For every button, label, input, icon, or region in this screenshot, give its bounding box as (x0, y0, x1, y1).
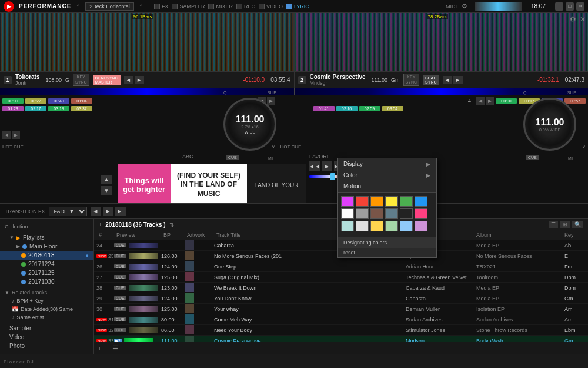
hotcue-deck1-1[interactable]: 00:00 (2, 98, 24, 104)
table-row[interactable]: NEW31 CUE 80.00 Come Meh Way Sudan Archi… (94, 314, 588, 325)
rec-toggle[interactable]: REC (236, 4, 255, 9)
sampler-toggle[interactable]: SAMPLER (172, 4, 205, 9)
deck1-loop-next[interactable]: ▶ (12, 131, 20, 139)
waveform-close-icon[interactable]: ✕ (580, 15, 586, 24)
deck2-key-sync[interactable]: KEYSYNC (403, 74, 419, 86)
deck1-loop-prev[interactable]: ◄ (2, 131, 11, 139)
sidebar-item-20180118[interactable]: 20180118 ● (0, 251, 93, 260)
settings-icon[interactable]: ⚙ (462, 2, 467, 10)
color-swatch-green[interactable] (400, 196, 413, 207)
video-checkbox[interactable] (259, 4, 265, 9)
col-preview[interactable]: Preview (114, 231, 161, 238)
col-bpm[interactable]: BP (161, 231, 185, 238)
color-swatch-red[interactable] (356, 196, 369, 207)
grid-view-btn[interactable]: ⊞ (560, 221, 570, 228)
add-track-icon[interactable]: + (99, 221, 102, 227)
search-btn[interactable]: 🔍 (572, 221, 583, 228)
hotcue-deck2-1[interactable]: 00:00 (496, 98, 517, 104)
rec-checkbox[interactable] (236, 4, 242, 9)
sidebar-item-20171030[interactable]: 20171030 (0, 277, 93, 286)
lyric-play-btn[interactable]: ► (322, 161, 332, 171)
related-date-added[interactable]: 📅 Date Added(30) Same (0, 305, 93, 313)
context-color[interactable]: Color ▶ (338, 170, 436, 181)
deck2-beat-sync[interactable]: BEATSYNC (423, 75, 439, 85)
hotcue-deck2-5[interactable]: 01:41 (313, 106, 335, 111)
transition-fwd-btn[interactable]: ►| (115, 207, 126, 216)
waveform-settings-icon[interactable]: ⚙ (570, 15, 576, 24)
cue-tag[interactable]: CUE (114, 275, 126, 279)
sidebar-item-photo[interactable]: Photo (0, 342, 93, 350)
deck2-back-btn[interactable]: ◄ (443, 76, 452, 84)
hotcue-deck2-7[interactable]: 02:59 (359, 106, 380, 111)
lyric-checkbox[interactable] (286, 4, 292, 9)
left-up-btn[interactable]: ▲ (101, 175, 112, 184)
related-bpm-key[interactable]: ♪ BPM + Key (0, 297, 93, 305)
sidebar-item-20171224[interactable]: 20171224 (0, 260, 93, 268)
cue-button-deck2[interactable]: CUE (526, 155, 539, 160)
color-swatch-teal[interactable] (341, 221, 354, 231)
lyric-toggle[interactable]: LYRIC (286, 4, 309, 9)
deck1-key-sync[interactable]: KEYSYNC (73, 74, 89, 86)
cue-tag[interactable]: CUE (114, 296, 126, 300)
transition-play-btn[interactable]: ► (103, 207, 113, 216)
color-swatch-white[interactable] (341, 208, 354, 219)
context-motion[interactable]: Motion (338, 181, 436, 192)
waveform-deck2[interactable]: 78.2Bars (295, 13, 588, 71)
deck2-play-btn[interactable]: ► (453, 76, 463, 84)
cue-tag[interactable]: CUE (114, 328, 126, 332)
jog-wheel-deck2[interactable]: 111.00 0.0% WIDE (523, 98, 576, 151)
hotcue-deck1-5[interactable]: 01:23 (2, 106, 24, 111)
table-row[interactable]: 28 CUE 123.00 We Break It Down Cabarza &… (94, 283, 588, 293)
deck1-back-btn[interactable]: ◄ (124, 76, 133, 84)
color-swatch-amber[interactable] (370, 221, 383, 231)
cue-tag[interactable]: CUE (114, 317, 126, 321)
col-key[interactable]: Key (562, 231, 586, 238)
color-swatch-light-gray[interactable] (356, 221, 369, 231)
fx-toggle[interactable]: FX (154, 4, 169, 9)
add-icon[interactable]: + (98, 345, 101, 352)
panel-icon[interactable]: ☰ (112, 344, 118, 352)
hotcue-deck1-3[interactable]: 00:40 (48, 98, 69, 104)
close-button[interactable]: × (576, 2, 584, 11)
color-swatch-purple[interactable] (341, 196, 354, 207)
color-swatch-blue[interactable] (415, 196, 427, 207)
midi-button[interactable]: MIDI (446, 4, 457, 9)
color-swatch-brown[interactable] (370, 208, 383, 219)
remove-icon[interactable]: − (105, 345, 108, 352)
context-display[interactable]: Display ▶ (338, 158, 436, 170)
sampler-checkbox[interactable] (172, 4, 178, 9)
cue-tag[interactable]: CUE (114, 307, 126, 311)
jog-deck1[interactable]: SLIP Q 111.00 2.7% ♦16 WIDE CUE MT (223, 98, 276, 151)
col-album[interactable]: Album (474, 231, 562, 238)
lyric-prev-btn[interactable]: ◄◄ (309, 161, 320, 171)
strip-deck2[interactable] (295, 88, 589, 95)
table-row[interactable]: 27 CUE 125.00 Suga (Original Mix) Techna… (94, 272, 588, 283)
hotcue-deck1-8[interactable]: 03:37 (71, 106, 92, 111)
cue-tag[interactable]: CUE (114, 243, 126, 247)
sidebar-item-20171125[interactable]: 20171125 (0, 268, 93, 277)
deck1-play-btn[interactable]: ► (135, 76, 144, 84)
cue-tag[interactable]: CUE (114, 286, 126, 290)
table-row[interactable]: NEW32 CUE 86.00 Need Your Body Stimulato… (94, 325, 588, 336)
hotcue-deck2-8[interactable]: 03:54 (382, 106, 403, 111)
strip-deck1[interactable] (0, 88, 295, 95)
hotcue-deck1-6[interactable]: 02:17 (25, 106, 46, 111)
color-swatch-lavender[interactable] (415, 221, 427, 231)
cue-button-deck1[interactable]: CUE (226, 155, 239, 160)
related-tracks-header[interactable]: ▼ Related Tracks (0, 289, 93, 297)
hotcue-deck2-prev[interactable]: ◀ (476, 97, 485, 105)
reset-button[interactable]: reset (338, 248, 436, 257)
waveform-deck1[interactable]: 96.1Bars (0, 13, 293, 71)
color-swatch-orange[interactable] (370, 196, 383, 207)
hotcue-deck1-7[interactable]: 03:19 (48, 106, 69, 111)
cue-tag[interactable]: CUE (114, 264, 126, 268)
jog-deck2[interactable]: SLIP Q 111.00 0.0% WIDE CUE MT (523, 98, 576, 151)
hotcue-deck2-expand[interactable]: ∨ (582, 144, 586, 150)
transition-select[interactable]: FADE ▼ (49, 207, 87, 216)
table-row[interactable]: 30 CUE 125.00 Your whay Demian Muller Is… (94, 304, 588, 314)
jog-wheel-deck1[interactable]: 111.00 2.7% ♦16 WIDE (223, 98, 276, 151)
color-swatch-light-blue[interactable] (400, 221, 413, 231)
color-swatch-black[interactable] (400, 208, 413, 219)
table-row[interactable]: 29 CUE 124.00 You Don't Know Cabarza Med… (94, 293, 588, 304)
color-swatch-blue-gray[interactable] (385, 208, 398, 219)
